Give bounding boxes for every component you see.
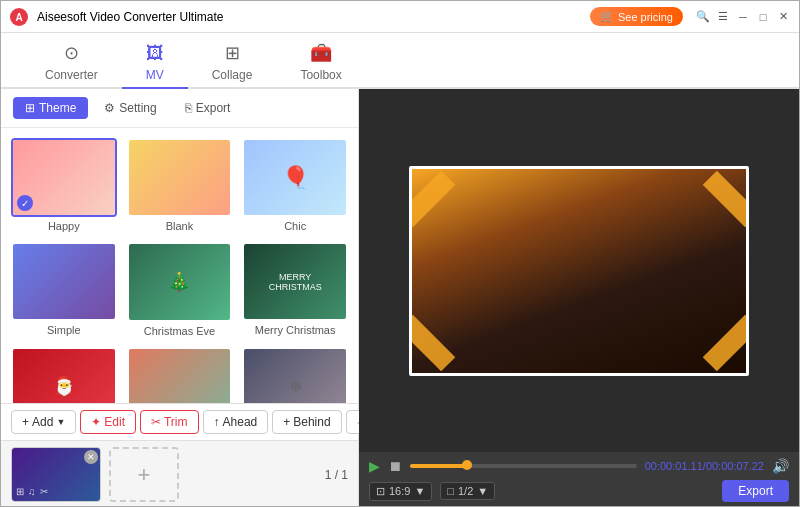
theme-item-simple[interactable]: Simple [11,242,117,336]
preview-frame [409,166,749,376]
sub-tab-theme[interactable]: ⊞ Theme [13,97,88,119]
sub-tabs: ⊞ Theme ⚙ Setting ⎘ Export [1,89,358,128]
right-panel: ▶ ⏹ 00:00:01.11/00:00:07.22 🔊 ⊡ 16:9 ▼ [359,89,799,507]
export-button[interactable]: Export [722,480,789,502]
trim-icon: ✂ [151,415,161,429]
theme-item-merrychristmas[interactable]: MERRYCHRISTMAS Merry Christmas [242,242,348,336]
edit-button[interactable]: ✦ Edit [80,410,136,434]
tab-collage[interactable]: ⊞ Collage [188,37,277,89]
setting-icon: ⚙ [104,101,115,115]
export-sub-icon: ⎘ [185,101,192,115]
add-icon: + [22,415,29,429]
menu-title-button[interactable]: ☰ [715,9,731,25]
theme-icon: ⊞ [25,101,35,115]
theme-item-modern[interactable]: Modern Life [127,347,233,404]
ahead-icon: ↑ [214,415,220,429]
main-content: ⊞ Theme ⚙ Setting ⎘ Export ✓ Happy [1,89,799,507]
volume-icon[interactable]: 🔊 [772,458,789,474]
behind-button[interactable]: + Behind [272,410,341,434]
app-title: Aiseesoft Video Converter Ultimate [37,10,224,24]
preview-area [359,89,799,452]
theme-item-christmas[interactable]: 🎄 Christmas Eve [127,242,233,336]
tab-mv[interactable]: 🖼 MV [122,37,188,89]
tab-converter[interactable]: ⊙ Converter [21,37,122,89]
left-panel: ⊞ Theme ⚙ Setting ⎘ Export ✓ Happy [1,89,359,507]
bottom-toolbar: + Add ▼ ✦ Edit ✂ Trim ↑ Ahead + Behind ◁ [1,403,358,440]
app-logo: A [9,7,29,27]
svg-text:A: A [15,12,22,23]
time-display: 00:00:01.11/00:00:07.22 [645,460,764,472]
page-icon: □ [447,485,454,497]
progress-row: ▶ ⏹ 00:00:01.11/00:00:07.22 🔊 [369,458,789,474]
behind-icon: + [283,415,290,429]
theme-grid: ✓ Happy Blank 🎈 Chic [1,128,358,403]
collage-icon: ⊞ [225,42,240,64]
theme-item-blank[interactable]: Blank [127,138,233,232]
nav-tabs: ⊙ Converter 🖼 MV ⊞ Collage 🧰 Toolbox [1,33,799,89]
close-button[interactable]: ✕ [775,9,791,25]
stop-button[interactable]: ⏹ [388,458,402,474]
play-button[interactable]: ▶ [369,458,380,474]
add-film-button[interactable]: + [109,447,179,502]
trim-button[interactable]: ✂ Trim [140,410,199,434]
page-select[interactable]: □ 1/2 ▼ [440,482,495,500]
add-dropdown-arrow: ▼ [56,417,65,427]
ratio-select[interactable]: ⊡ 16:9 ▼ [369,482,432,501]
page-arrow: ▼ [477,485,488,497]
titlebar: A Aiseesoft Video Converter Ultimate 🛒 S… [1,1,799,33]
tab-toolbox[interactable]: 🧰 Toolbox [276,37,365,89]
sub-tab-export[interactable]: ⎘ Export [173,97,243,119]
add-button[interactable]: + Add ▼ [11,410,76,434]
maximize-button[interactable]: □ [755,9,771,25]
search-title-button[interactable]: 🔍 [695,9,711,25]
ratio-arrow: ▼ [414,485,425,497]
converter-icon: ⊙ [64,42,79,64]
film-item-icons: ⊞♫✂ [16,486,48,497]
film-item-1[interactable]: ✕ ⊞♫✂ [11,447,101,502]
ratio-row: ⊡ 16:9 ▼ □ 1/2 ▼ Export [369,480,789,502]
page-count: 1 / 1 [325,468,348,482]
minimize-button[interactable]: ─ [735,9,751,25]
theme-item-chic[interactable]: 🎈 Chic [242,138,348,232]
cart-icon: 🛒 [600,10,614,23]
theme-item-santa[interactable]: 🎅 Santa Claus [11,347,117,404]
ratio-icon: ⊡ [376,485,385,498]
ahead-button[interactable]: ↑ Ahead [203,410,269,434]
sub-tab-setting[interactable]: ⚙ Setting [92,97,168,119]
filmstrip: ✕ ⊞♫✂ + 1 / 1 [1,440,358,507]
mv-icon: 🖼 [146,43,164,64]
preview-video [409,166,749,376]
theme-item-snowy[interactable]: ❄ Snowy Night [242,347,348,404]
film-item-close[interactable]: ✕ [84,450,98,464]
controls: ▶ ⏹ 00:00:01.11/00:00:07.22 🔊 ⊡ 16:9 ▼ [359,452,799,507]
progress-fill [410,464,467,468]
edit-icon: ✦ [91,415,101,429]
toolbox-icon: 🧰 [310,42,332,64]
theme-item-happy[interactable]: ✓ Happy [11,138,117,232]
progress-bar[interactable] [410,464,637,468]
see-pricing-button[interactable]: 🛒 See pricing [590,7,683,26]
progress-thumb [462,460,472,470]
